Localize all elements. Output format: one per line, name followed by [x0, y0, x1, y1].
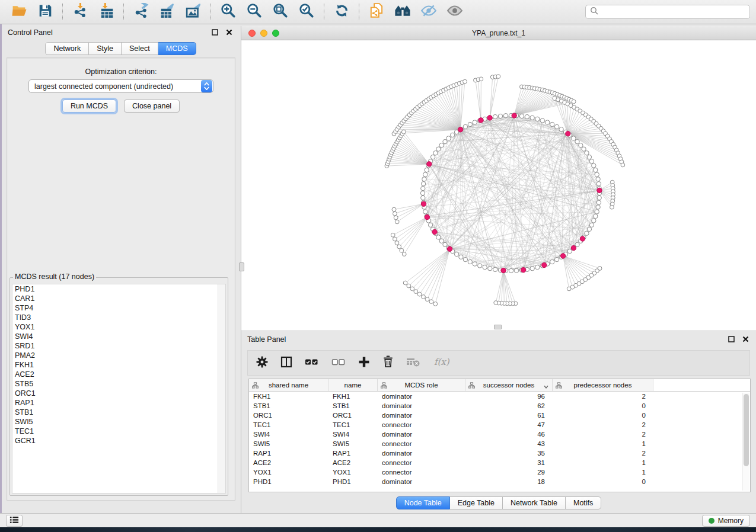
network-node[interactable] — [582, 147, 586, 151]
mcds-result-list[interactable]: PHD1CAR1STP4TID3YOX1SWI4SRD1PMA2FKH1ACE2… — [12, 284, 226, 493]
mcds-node[interactable] — [447, 246, 452, 251]
network-node[interactable] — [451, 133, 455, 137]
result-node[interactable]: PHD1 — [12, 284, 225, 294]
network-node[interactable] — [479, 77, 483, 81]
network-node[interactable] — [530, 116, 534, 120]
network-node[interactable] — [535, 265, 540, 269]
network-node[interactable] — [421, 182, 425, 186]
network-node[interactable] — [423, 210, 428, 214]
run-mcds-button[interactable]: Run MCDS — [62, 100, 116, 113]
network-node[interactable] — [454, 252, 458, 256]
network-node[interactable] — [400, 248, 404, 252]
network-node[interactable] — [439, 239, 444, 243]
network-node[interactable] — [519, 114, 524, 118]
first-neighbors-button[interactable] — [390, 2, 416, 22]
table-settings-button[interactable] — [256, 356, 268, 370]
network-node[interactable] — [572, 136, 576, 140]
mcds-node[interactable] — [571, 245, 576, 250]
table-row[interactable]: STB1STB1dominator620 — [249, 401, 750, 411]
network-node[interactable] — [595, 210, 599, 214]
show-columns-button[interactable] — [280, 356, 292, 370]
network-node[interactable] — [494, 301, 498, 305]
network-node[interactable] — [393, 237, 397, 241]
table-row[interactable]: ORC1ORC1dominator610 — [249, 411, 750, 420]
network-node[interactable] — [407, 284, 411, 288]
network-node[interactable] — [421, 186, 425, 190]
tab-mcds[interactable]: MCDS — [158, 42, 196, 55]
network-node[interactable] — [572, 100, 576, 104]
column-header-MCDS-role[interactable]: MCDS role — [378, 379, 465, 391]
network-node[interactable] — [393, 211, 397, 216]
result-node[interactable]: ACE2 — [12, 370, 225, 379]
mcds-node[interactable] — [542, 262, 547, 267]
network-node[interactable] — [554, 257, 559, 261]
table-row[interactable]: YOX1YOX1connector291 — [249, 467, 750, 477]
network-node[interactable] — [567, 249, 572, 253]
network-node[interactable] — [488, 267, 492, 271]
network-node[interactable] — [535, 117, 540, 121]
mcds-node[interactable] — [597, 188, 602, 193]
network-node[interactable] — [420, 191, 425, 195]
search-input[interactable] — [601, 8, 745, 16]
network-node[interactable] — [597, 196, 601, 200]
network-node[interactable] — [436, 147, 441, 151]
result-node[interactable]: CAR1 — [12, 294, 225, 303]
close-panel-button[interactable]: Close panel — [124, 100, 180, 113]
network-node[interactable] — [425, 168, 429, 172]
network-node[interactable] — [423, 172, 428, 177]
network-node[interactable] — [567, 287, 571, 291]
network-node[interactable] — [422, 295, 426, 299]
network-node[interactable] — [493, 267, 497, 271]
result-node[interactable]: PMA2 — [12, 351, 225, 360]
export-table-button[interactable] — [154, 2, 180, 22]
network-node[interactable] — [587, 227, 591, 231]
add-column-button[interactable] — [358, 356, 370, 370]
memory-button[interactable]: Memory — [702, 515, 750, 527]
close-panel-icon[interactable] — [224, 28, 234, 37]
tab-style[interactable]: Style — [89, 42, 122, 55]
table-row[interactable]: FKH1FKH1dominator962 — [249, 392, 750, 401]
float-panel-icon[interactable] — [210, 28, 219, 37]
show-all-button[interactable] — [442, 2, 468, 22]
result-node[interactable]: RAP1 — [12, 398, 225, 408]
table-row[interactable]: TEC1TEC1connector472 — [249, 420, 750, 430]
network-node[interactable] — [592, 164, 596, 168]
network-node[interactable] — [401, 130, 406, 134]
network-node[interactable] — [410, 287, 414, 291]
table-tab-node-table[interactable]: Node Table — [396, 496, 450, 509]
network-node[interactable] — [473, 262, 477, 266]
network-node[interactable] — [592, 219, 596, 223]
network-node[interactable] — [395, 220, 399, 224]
result-node[interactable]: STB1 — [12, 408, 225, 417]
zoom-in-button[interactable] — [215, 2, 241, 22]
result-node[interactable]: SWI4 — [12, 332, 225, 341]
network-node[interactable] — [468, 259, 472, 264]
delete-table-button[interactable] — [406, 357, 420, 370]
zoom-fit-button[interactable] — [267, 2, 294, 22]
export-image-button[interactable] — [180, 2, 206, 22]
result-node[interactable]: TID3 — [12, 313, 225, 322]
network-node[interactable] — [585, 151, 589, 155]
mcds-node[interactable] — [479, 118, 483, 123]
result-scrollbar[interactable] — [218, 284, 225, 493]
network-node[interactable] — [443, 139, 447, 143]
network-node[interactable] — [596, 182, 601, 186]
table-row[interactable]: SWI5SWI5connector431 — [249, 439, 750, 448]
network-node[interactable] — [596, 177, 600, 181]
table-row[interactable]: SWI4SWI4dominator462 — [249, 430, 750, 439]
result-node[interactable]: STP4 — [12, 303, 225, 313]
import-table-button[interactable] — [93, 2, 119, 22]
network-node[interactable] — [509, 268, 513, 273]
network-titlebar[interactable]: YPA_prune.txt_1 — [241, 26, 756, 40]
result-node[interactable]: TEC1 — [12, 427, 225, 436]
tab-select[interactable]: Select — [122, 42, 158, 55]
mcds-node[interactable] — [421, 201, 426, 206]
network-node[interactable] — [468, 122, 472, 126]
network-node[interactable] — [498, 114, 502, 118]
vertical-split-handle[interactable] — [239, 262, 244, 271]
mcds-node[interactable] — [566, 131, 570, 136]
open-session-button[interactable] — [6, 2, 32, 22]
column-header-name[interactable]: name — [328, 379, 378, 391]
network-node[interactable] — [493, 114, 497, 118]
delete-column-button[interactable] — [382, 355, 394, 370]
